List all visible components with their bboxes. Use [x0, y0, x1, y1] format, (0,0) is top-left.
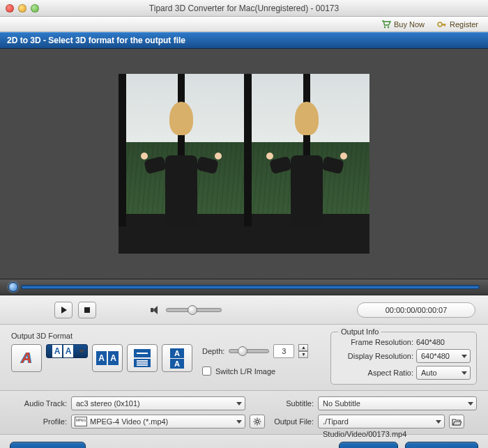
output-info-title: Output Info — [338, 327, 381, 336]
frame-resolution-value: 640*480 — [416, 338, 445, 346]
window-title: Tipard 3D Converter for Mac(Unregistered… — [0, 3, 488, 13]
format-tb-full[interactable]: AA — [162, 344, 192, 372]
footer-bar: Add File Back Convert — [0, 435, 488, 448]
mode-banner-text: 2D to 3D - Select 3D format for the outp… — [7, 36, 185, 45]
aspect-ratio-select[interactable]: Auto — [416, 366, 471, 380]
switch-lr-label: Switch L/R Image — [215, 367, 275, 376]
buy-now-link[interactable]: Buy Now — [381, 20, 425, 29]
cart-icon — [381, 20, 391, 29]
speaker-icon — [151, 306, 160, 314]
playback-controls: 00:00:00/00:00:07 — [0, 295, 488, 325]
folder-open-icon — [452, 418, 462, 426]
depth-slider[interactable] — [229, 349, 269, 353]
key-icon — [437, 20, 447, 29]
depth-label: Depth: — [202, 347, 224, 355]
format-anaglyph[interactable]: A — [11, 344, 42, 372]
register-link[interactable]: Register — [437, 20, 478, 29]
titlebar: Tipard 3D Converter for Mac(Unregistered… — [0, 0, 488, 17]
volume-slider[interactable] — [166, 308, 222, 312]
depth-down[interactable]: ▼ — [298, 351, 308, 358]
svg-point-1 — [388, 26, 389, 27]
top-menu: Buy Now Register — [0, 17, 488, 32]
video-preview — [119, 74, 369, 254]
svg-line-9 — [259, 424, 260, 424]
svg-point-3 — [256, 420, 259, 423]
format-sbs-half[interactable]: AA — [46, 344, 88, 358]
depth-stepper[interactable]: ▲▼ — [298, 344, 308, 358]
depth-up[interactable]: ▲ — [298, 344, 308, 351]
svg-line-10 — [254, 424, 255, 424]
svg-point-2 — [438, 22, 442, 26]
switch-lr-checkbox[interactable] — [202, 366, 211, 376]
audio-track-label: Audio Track: — [11, 399, 67, 408]
time-display: 00:00:00/00:00:07 — [357, 302, 475, 318]
settings-panel: Output 3D Format A AA AA AA Depth: 3 ▲▼ … — [0, 325, 488, 391]
seek-handle[interactable] — [8, 282, 18, 292]
seek-bar[interactable] — [0, 279, 488, 295]
register-label: Register — [450, 20, 478, 29]
output-info-group: Output Info Frame Resolution: 640*480 Di… — [330, 332, 477, 385]
frame-resolution-label: Frame Resolution: — [337, 338, 413, 346]
aspect-ratio-label: Aspect Ratio: — [337, 369, 413, 377]
play-button[interactable] — [54, 302, 73, 318]
output-file-field[interactable]: ./Tipard Studio/Video/00173.mp4 — [318, 415, 445, 428]
profile-select[interactable]: MPEG MPEG-4 Video (*.mp4) — [71, 415, 245, 428]
format-tb-half[interactable] — [127, 344, 158, 372]
output-file-label: Output File: — [264, 417, 314, 426]
browse-output-button[interactable] — [449, 415, 464, 428]
convert-button[interactable]: Convert — [405, 442, 478, 448]
mpeg-icon: MPEG — [75, 417, 87, 426]
svg-point-0 — [384, 26, 386, 27]
preview-area — [0, 49, 488, 279]
svg-line-11 — [259, 419, 260, 419]
seek-track[interactable] — [21, 285, 480, 289]
buy-now-label: Buy Now — [394, 20, 425, 29]
profile-label: Profile: — [11, 417, 67, 426]
depth-value[interactable]: 3 — [273, 344, 294, 358]
mode-banner: 2D to 3D - Select 3D format for the outp… — [0, 32, 488, 49]
file-settings-row: Audio Track: ac3 stereo (0x101) Subtitle… — [0, 391, 488, 435]
stop-button[interactable] — [78, 302, 96, 318]
output-3d-format-title: Output 3D Format — [11, 332, 192, 340]
profile-settings-button[interactable] — [250, 415, 265, 428]
display-resolution-label: Display Resolution: — [337, 352, 413, 360]
format-sbs-full[interactable]: AA — [92, 344, 123, 372]
add-file-button[interactable]: Add File — [10, 442, 86, 448]
volume-control[interactable] — [151, 306, 222, 314]
profile-value: MPEG-4 Video (*.mp4) — [90, 417, 168, 426]
svg-line-8 — [254, 419, 255, 419]
audio-track-select[interactable]: ac3 stereo (0x101) — [71, 396, 245, 410]
back-button[interactable]: Back — [339, 442, 398, 448]
display-resolution-select[interactable]: 640*480 — [416, 349, 471, 363]
subtitle-label: Subtitle: — [264, 399, 314, 408]
subtitle-select[interactable]: No Subtitle — [318, 396, 477, 410]
gear-icon — [253, 417, 261, 426]
